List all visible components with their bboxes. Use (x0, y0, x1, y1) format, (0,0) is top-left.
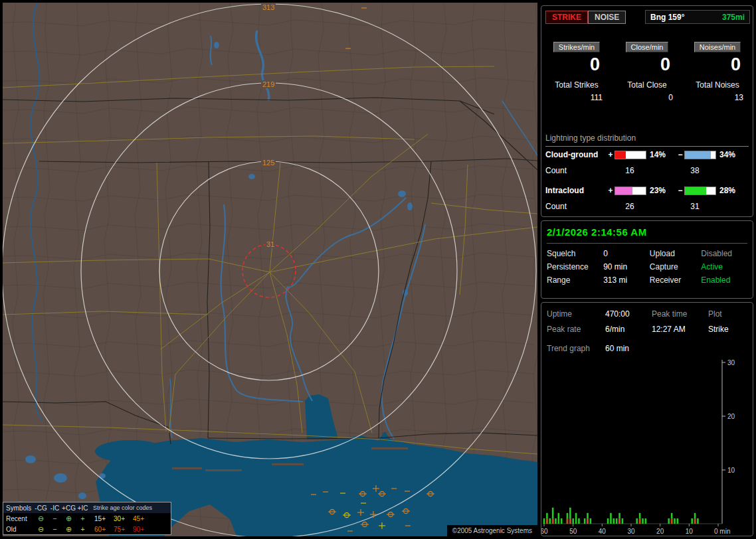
trend-bar-strikes (697, 518, 699, 524)
plus-sign: + (607, 186, 614, 195)
trend-bar-noises (552, 518, 554, 524)
legend-symbols-header: Symbols (3, 504, 34, 512)
range-ring-label: 313 (261, 3, 276, 11)
count-label: Count (545, 202, 614, 211)
strikes-per-min-value: 0 (541, 52, 612, 76)
legend-type-cg-pos: +CG (62, 504, 76, 512)
noises-per-min-value: 0 (682, 52, 753, 76)
cg-minus-percent: 34% (716, 150, 746, 159)
legend-recent-ic-neg-icon: − (48, 514, 62, 523)
bearing-range: 375mi (722, 13, 745, 22)
trend-bar-strikes (558, 513, 560, 524)
total-close-label: Total Close (612, 80, 682, 90)
svg-text:40: 40 (599, 528, 607, 534)
trend-bar-strikes (642, 518, 644, 524)
settings-row: Persistence 90 min Capture Active (547, 262, 747, 271)
trend-bar-strikes (555, 518, 557, 524)
ic-plus-count: 26 (614, 202, 645, 211)
trend-bar-strikes (622, 518, 624, 524)
svg-text:20: 20 (656, 528, 664, 534)
legend-type-cg-neg: -CG (34, 504, 48, 512)
count-label: Count (545, 166, 614, 175)
strikes-counter-column: Strikes/min 0 Total Strikes 111 (541, 40, 612, 102)
intracloud-row: Intracloud + 23% − 28% (545, 186, 746, 195)
trend-bar-strikes (607, 518, 609, 524)
barrier-island (272, 463, 304, 465)
barrier-island (371, 447, 408, 449)
trend-bar-noises (639, 518, 641, 524)
svg-text:30: 30 (627, 528, 635, 534)
ic-minus-percent: 28% (716, 186, 746, 195)
legend-old-age-1: 75+ (110, 526, 128, 533)
trend-bar-strikes (578, 518, 580, 524)
settings-row: Range 313 mi Receiver Enabled (547, 275, 747, 285)
upload-label: Upload (650, 249, 701, 258)
svg-text:10: 10 (727, 467, 735, 474)
strike-toggle-button[interactable]: STRIKE (545, 11, 588, 24)
trend-bar-noises (546, 518, 548, 524)
trend-bar-noises (587, 518, 589, 524)
upload-status: Disabled (701, 249, 747, 258)
cloud-ground-label: Cloud-ground (545, 150, 607, 159)
trend-panel: Uptime 470:00 Peak time Plot Peak rate 6… (541, 302, 753, 536)
legend-recent-cg-neg-icon: ⊖ (34, 514, 48, 523)
legend-old-ic-neg-icon: − (48, 524, 62, 534)
noise-toggle-button[interactable]: NOISE (588, 11, 626, 24)
trend-bar-strikes (549, 518, 551, 524)
cg-minus-bar (684, 151, 716, 159)
minus-sign: − (676, 186, 684, 195)
ic-plus-bar (614, 187, 646, 195)
trend-bar-strikes (575, 513, 577, 524)
persistence-label: Persistence (547, 262, 603, 271)
cg-plus-percent: 14% (646, 150, 676, 159)
cloud-ground-count-row: Count 16 38 (545, 166, 710, 175)
ic-plus-percent: 23% (646, 186, 676, 195)
trend-bar-strikes (610, 513, 612, 524)
trend-bar-strikes (561, 518, 563, 524)
noises-counter-column: Noises/min 0 Total Noises 13 (682, 40, 753, 102)
strikes-per-min-button[interactable]: Strikes/min (553, 42, 600, 52)
trend-bar-strikes (677, 518, 679, 524)
cg-plus-count: 16 (614, 166, 645, 175)
legend-recent-label: Recent (3, 515, 34, 522)
distribution-title: Lightning type distribution (545, 133, 749, 147)
trend-bar-strikes (543, 518, 545, 524)
persistence-value: 90 min (603, 262, 650, 271)
legend-age-header: Strike age color codes (90, 504, 171, 511)
trend-bar-strikes (616, 518, 618, 524)
capture-label: Capture (650, 262, 701, 271)
legend-old-age-0: 60+ (91, 526, 109, 533)
legend-old-ic-pos-icon: + (76, 524, 90, 534)
capture-status: Active (701, 262, 747, 271)
datetime-display: 2/1/2026 2:14:56 AM (547, 226, 747, 244)
close-counter-column: Close/min 0 Total Close 0 (612, 40, 682, 102)
trend-bar-strikes (613, 518, 615, 524)
ic-minus-bar (684, 187, 716, 195)
cloud-ground-row: Cloud-ground + 14% − 34% (545, 150, 746, 159)
close-per-min-button[interactable]: Close/min (626, 42, 669, 52)
legend-old-cg-neg-icon: ⊖ (34, 524, 48, 534)
bearing-value: Bng 159° (650, 13, 684, 22)
trend-bar-noises (671, 518, 673, 524)
legend-recent-age-2: 45+ (130, 515, 147, 522)
strike-stats-panel: STRIKE NOISE Bng 159° 375mi Strikes/min … (541, 5, 753, 217)
total-strikes-value: 111 (541, 93, 612, 102)
total-noises-label: Total Noises (682, 80, 753, 90)
svg-text:30: 30 (727, 359, 735, 366)
noises-per-min-button[interactable]: Noises/min (694, 42, 741, 52)
range-ring-label: 125 (261, 159, 276, 167)
map-viewport[interactable]: 313 219 125 31 Symbols -CG -IC +CG +IC S… (3, 3, 537, 536)
legend-recent-age-0: 15+ (91, 515, 109, 522)
trend-bar-noises (569, 518, 571, 524)
map-legend: Symbols -CG -IC +CG +IC Strike age color… (3, 502, 171, 535)
cg-plus-bar (614, 151, 646, 159)
squelch-value: 0 (603, 249, 650, 258)
receiver-status: Enabled (701, 275, 747, 285)
rate-counters: Strikes/min 0 Total Strikes 111 Close/mi… (541, 40, 753, 102)
copyright-notice: ©2005 Astrogenic Systems (447, 525, 537, 536)
legend-recent-cg-pos-icon: ⊕ (62, 514, 76, 523)
svg-text:20: 20 (727, 413, 735, 420)
intracloud-label: Intracloud (545, 186, 607, 195)
ic-minus-count: 31 (680, 202, 710, 211)
trend-chart: 1020306050403020100 min (541, 303, 753, 534)
